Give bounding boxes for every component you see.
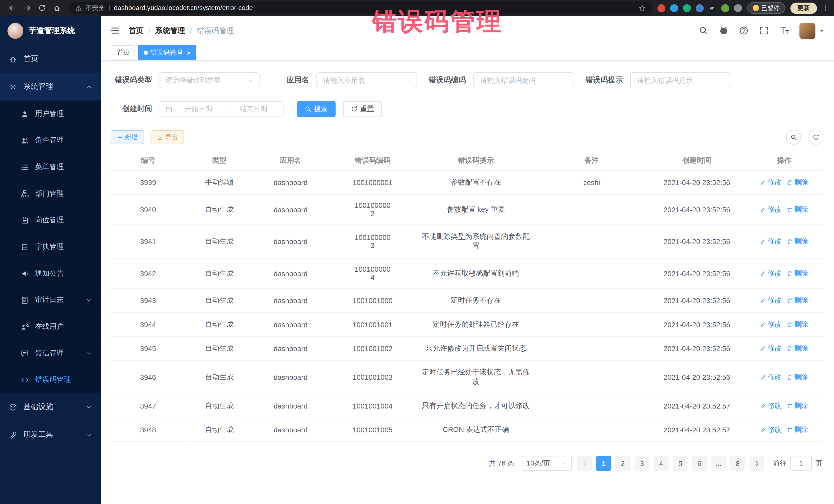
edit-link[interactable]: 修改 — [760, 425, 782, 435]
sidebar-item-menu-management[interactable]: 菜单管理 — [0, 154, 101, 180]
on-badge-extension-icon[interactable]: on — [708, 4, 716, 12]
blue-drop-extension-icon[interactable] — [670, 4, 678, 12]
page-button-3[interactable]: 3 — [635, 456, 650, 470]
sidebar-item-dev-tools[interactable]: 研发工具 — [0, 421, 101, 448]
reload-icon[interactable] — [38, 4, 46, 12]
app-logo[interactable]: 芋道管理系统 — [0, 16, 101, 45]
fullscreen-icon[interactable] — [760, 26, 769, 35]
add-button[interactable]: 新增 — [111, 130, 144, 144]
breadcrumb-item[interactable]: 首页 — [129, 26, 144, 36]
page-size-select[interactable]: 10条/页 — [522, 456, 572, 470]
page-button-2[interactable]: 2 — [615, 456, 630, 470]
sidebar-item-audit-log[interactable]: 审计日志 — [0, 287, 101, 313]
tab-error-code[interactable]: 错误码管理× — [138, 45, 196, 60]
cell-type: 手动编辑 — [185, 170, 253, 194]
next-page-button[interactable] — [749, 456, 764, 470]
edit-link[interactable]: 修改 — [760, 269, 782, 278]
sidebar-item-sms-management[interactable]: 短信管理 — [0, 340, 101, 367]
back-arrow-icon[interactable] — [8, 4, 16, 12]
delete-link[interactable]: 删除 — [787, 344, 808, 353]
font-size-icon[interactable] — [780, 26, 789, 35]
blue-bars-extension-icon[interactable] — [696, 4, 703, 12]
delete-link[interactable]: 删除 — [787, 269, 808, 278]
sidebar-item-error-code-management[interactable]: 错误码管理 — [0, 367, 101, 393]
edit-link[interactable]: 修改 — [760, 178, 782, 187]
page-button-4[interactable]: 4 — [654, 456, 668, 470]
sidebar-item-role-management[interactable]: 角色管理 — [0, 127, 101, 154]
search-button[interactable]: 搜索 — [297, 101, 336, 117]
browser-home-icon[interactable] — [53, 4, 61, 12]
sidebar-item-system-management[interactable]: 系统管理 — [0, 73, 101, 101]
sidebar-item-online-users[interactable]: 在线用户 — [0, 313, 101, 340]
toggle-search-button[interactable] — [786, 130, 801, 145]
delete-link[interactable]: 删除 — [787, 401, 808, 411]
sidebar-item-label: 部门管理 — [35, 189, 64, 198]
delete-label: 删除 — [794, 269, 808, 278]
edit-link[interactable]: 修改 — [760, 344, 782, 353]
hamburger-icon[interactable] — [111, 26, 119, 35]
red-circle-extension-icon[interactable] — [657, 4, 665, 12]
delete-link[interactable]: 删除 — [787, 237, 808, 246]
filter-input-error-code[interactable] — [479, 76, 568, 85]
green-leaf-extension-icon[interactable] — [721, 4, 729, 12]
page-button-5[interactable]: 5 — [673, 456, 688, 470]
sidebar-item-dict-management[interactable]: 字典管理 — [0, 234, 101, 260]
edit-link[interactable]: 修改 — [760, 237, 782, 246]
delete-link[interactable]: 删除 — [787, 295, 808, 305]
user-avatar[interactable] — [799, 23, 824, 39]
bookmark-star-icon[interactable] — [638, 5, 645, 12]
forward-arrow-icon[interactable] — [23, 4, 31, 12]
edit-link[interactable]: 修改 — [760, 295, 782, 305]
edit-link[interactable]: 修改 — [760, 205, 782, 214]
breadcrumb-item[interactable]: 系统管理 — [155, 26, 185, 36]
filter-select-error-code-type[interactable]: 请选择错误码类型 — [160, 72, 260, 88]
edit-link[interactable]: 修改 — [760, 320, 782, 329]
sidebar-item-notice-announcement[interactable]: 通知公告 — [0, 260, 101, 287]
cell-app: dashboard — [253, 170, 328, 194]
sidebar-item-dept-management[interactable]: 部门管理 — [0, 180, 101, 207]
filter-input-wrap-error-hint — [630, 72, 730, 88]
cell-msg: 只允许修改为开启或者关闭状态 — [417, 336, 534, 360]
sidebar-item-post-management[interactable]: 岗位管理 — [0, 207, 101, 234]
prev-page-button[interactable] — [577, 456, 592, 470]
page-button-1[interactable]: 1 — [596, 456, 611, 470]
more-vertical-icon[interactable] — [822, 5, 829, 11]
arrow-left-icon — [581, 460, 587, 466]
delete-label: 删除 — [794, 320, 808, 329]
address-bar[interactable]: 不安全 | dashboard.yudao.iocoder.cn/system/… — [69, 2, 652, 14]
delete-link[interactable]: 删除 — [787, 320, 808, 329]
sidebar-item-label: 岗位管理 — [35, 215, 64, 225]
goto-page-input[interactable] — [790, 456, 812, 470]
pager-more-button[interactable]: ... — [711, 456, 726, 470]
tab-home[interactable]: 首页 — [112, 45, 135, 60]
export-button[interactable]: 导出 — [151, 130, 184, 144]
paused-badge[interactable]: 已暂停 — [747, 2, 785, 14]
filter-input-app-name[interactable] — [322, 76, 411, 85]
filter-input-error-hint[interactable] — [636, 76, 724, 85]
search-icon[interactable] — [699, 26, 708, 35]
page-button-6[interactable]: 6 — [692, 456, 707, 470]
github-icon[interactable] — [719, 26, 728, 35]
delete-link[interactable]: 删除 — [787, 178, 808, 187]
update-button[interactable]: 更新 — [790, 2, 817, 14]
sidebar-item-infrastructure[interactable]: 基础设施 — [0, 393, 101, 421]
close-icon[interactable]: × — [187, 49, 191, 56]
green-check-extension-icon[interactable]: ✓ — [683, 4, 690, 12]
refresh-table-button[interactable] — [809, 130, 824, 145]
question-icon[interactable] — [739, 26, 748, 35]
delete-link[interactable]: 删除 — [787, 425, 808, 435]
sidebar-item-label: 在线用户 — [35, 322, 64, 331]
breadcrumb-item[interactable]: 错误码管理 — [197, 26, 234, 36]
sidebar-item-user-management[interactable]: 用户管理 — [0, 101, 101, 127]
delete-link[interactable]: 删除 — [787, 205, 808, 214]
edit-link[interactable]: 修改 — [760, 372, 782, 382]
table-tool-icons — [786, 130, 823, 145]
sidebar-item-home[interactable]: 首页 — [0, 45, 101, 73]
reset-button[interactable]: 重置 — [343, 101, 382, 117]
date-range-picker[interactable]: 开始日期 - 结束日期 — [160, 101, 284, 117]
sidebar-item-label: 研发工具 — [23, 430, 53, 439]
edit-link[interactable]: 修改 — [760, 401, 782, 411]
page-button-8[interactable]: 8 — [730, 456, 745, 470]
puzzle-extension-icon[interactable] — [734, 4, 742, 12]
delete-link[interactable]: 删除 — [787, 372, 808, 382]
